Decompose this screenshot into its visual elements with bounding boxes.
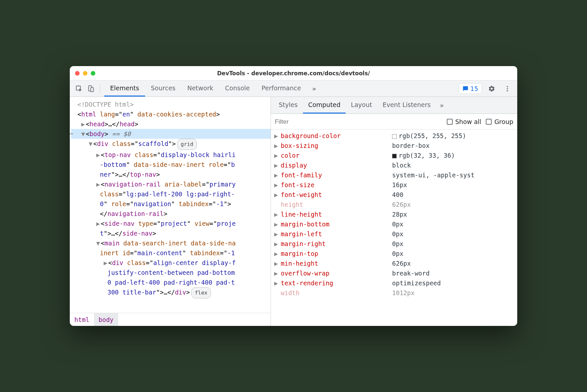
property-value: 400 — [392, 190, 514, 200]
expand-toggle-icon[interactable]: ▼ — [81, 129, 86, 139]
tab-console[interactable]: Console — [219, 80, 256, 97]
expand-toggle-icon[interactable]: ▶ — [104, 258, 108, 268]
expand-toggle-icon[interactable]: ▼ — [96, 238, 101, 248]
property-value: rgb(32, 33, 36) — [392, 151, 514, 160]
expand-property-icon[interactable]: ▶ — [274, 229, 279, 239]
styles-subtabs: Styles Computed Layout Event Listeners » — [271, 97, 517, 114]
expand-property-icon[interactable]: ▶ — [274, 209, 279, 219]
computed-property-row[interactable]: ▶margin-bottom0px — [271, 219, 517, 229]
computed-property-row[interactable]: width1012px — [271, 288, 517, 298]
styles-panel: Styles Computed Layout Event Listeners »… — [271, 97, 517, 326]
tab-performance[interactable]: Performance — [256, 80, 307, 97]
device-toggle-icon[interactable] — [85, 83, 96, 94]
expand-property-icon[interactable]: ▶ — [274, 219, 279, 229]
grid-badge[interactable]: grid — [177, 139, 197, 150]
expand-property-icon[interactable]: ▶ — [274, 131, 279, 141]
computed-property-row[interactable]: ▶line-height28px — [271, 209, 517, 219]
computed-property-row[interactable]: ▶background-colorrgb(255, 255, 255) — [271, 131, 517, 141]
property-name: font-weight — [281, 190, 392, 200]
expand-property-icon[interactable]: ▶ — [274, 258, 279, 268]
computed-property-row[interactable]: ▶font-familysystem-ui, -apple-syst — [271, 170, 517, 180]
filter-input[interactable] — [275, 118, 442, 125]
titlebar: DevTools - developer.chrome.com/docs/dev… — [70, 66, 517, 80]
property-value: 1012px — [392, 288, 514, 298]
computed-property-row[interactable]: ▶colorrgb(32, 33, 36) — [271, 151, 517, 160]
issues-button[interactable]: 15 — [459, 83, 482, 94]
expand-toggle-icon[interactable]: ▶ — [96, 219, 101, 228]
computed-property-row[interactable]: ▶overflow-wrapbreak-word — [271, 268, 517, 278]
close-window-button[interactable] — [75, 71, 80, 76]
settings-icon[interactable] — [486, 83, 498, 95]
maximize-window-button[interactable] — [91, 71, 95, 76]
computed-property-row[interactable]: ▶margin-left0px — [271, 229, 517, 239]
computed-properties[interactable]: ▶background-colorrgb(255, 255, 255)▶box-… — [271, 130, 517, 326]
expand-toggle-icon[interactable]: ▶ — [96, 150, 101, 160]
expand-toggle-icon[interactable]: ▼ — [89, 139, 93, 149]
dom-tree[interactable]: <!DOCTYPE html> <html lang="en" data-coo… — [70, 97, 271, 313]
issues-count: 15 — [470, 85, 478, 92]
property-name: height — [281, 200, 392, 209]
expand-property-icon[interactable]: ▶ — [274, 151, 279, 160]
property-name: line-height — [281, 209, 392, 219]
minimize-window-button[interactable] — [83, 71, 87, 76]
svg-rect-2 — [91, 87, 93, 92]
crumb-body[interactable]: body — [94, 313, 118, 326]
expand-property-icon[interactable]: ▶ — [274, 239, 279, 249]
computed-property-row[interactable]: ▶min-height626px — [271, 258, 517, 268]
property-name: background-color — [281, 131, 392, 141]
property-value: 16px — [392, 180, 514, 190]
more-tabs-icon[interactable]: » — [308, 85, 320, 93]
tab-network[interactable]: Network — [181, 80, 219, 97]
tab-sources[interactable]: Sources — [145, 80, 181, 97]
computed-property-row[interactable]: height626px — [271, 200, 517, 209]
expand-property-icon[interactable]: ▶ — [274, 268, 279, 278]
computed-property-row[interactable]: ▶margin-top0px — [271, 249, 517, 258]
computed-property-row[interactable]: ▶font-weight400 — [271, 190, 517, 200]
inspect-element-icon[interactable] — [74, 83, 84, 94]
color-swatch-icon[interactable] — [392, 134, 397, 139]
subtab-styles[interactable]: Styles — [274, 97, 303, 114]
show-all-checkbox[interactable]: Show all — [447, 118, 482, 125]
subtab-event-listeners[interactable]: Event Listeners — [377, 97, 436, 114]
more-subtabs-icon[interactable]: » — [436, 101, 448, 109]
property-name: width — [281, 288, 392, 298]
window-title: DevTools - developer.chrome.com/docs/dev… — [75, 70, 512, 77]
property-value: 626px — [392, 258, 514, 268]
computed-property-row[interactable]: ▶displayblock — [271, 160, 517, 170]
property-name: color — [281, 151, 392, 160]
color-swatch-icon[interactable] — [392, 154, 397, 158]
computed-property-row[interactable]: ▶text-renderingoptimizespeed — [271, 278, 517, 288]
expand-property-icon[interactable]: ▶ — [274, 170, 279, 180]
property-name: margin-bottom — [281, 219, 392, 229]
expand-toggle-icon[interactable]: ▶ — [96, 179, 101, 189]
computed-property-row[interactable]: ▶font-size16px — [271, 180, 517, 190]
issues-icon — [463, 86, 468, 92]
expand-property-icon[interactable]: ▶ — [274, 141, 279, 151]
breadcrumb: html body — [70, 313, 271, 326]
more-menu-icon[interactable] — [502, 83, 513, 95]
expand-property-icon[interactable]: ▶ — [274, 160, 279, 170]
selected-node[interactable]: ▼<body> == $0 — [71, 129, 271, 139]
crumb-html[interactable]: html — [70, 313, 94, 326]
expand-property-icon[interactable]: ▶ — [274, 180, 279, 190]
tab-elements[interactable]: Elements — [104, 80, 145, 97]
subtab-computed[interactable]: Computed — [303, 97, 346, 114]
devtools-window: DevTools - developer.chrome.com/docs/dev… — [70, 66, 517, 326]
property-name: overflow-wrap — [281, 268, 392, 278]
property-name: margin-right — [281, 239, 392, 249]
property-value: 0px — [392, 249, 514, 258]
computed-property-row[interactable]: ▶margin-right0px — [271, 239, 517, 249]
group-checkbox[interactable]: Group — [486, 118, 513, 125]
expand-toggle-icon[interactable]: ▶ — [81, 119, 86, 129]
subtab-layout[interactable]: Layout — [346, 97, 377, 114]
property-value: optimizespeed — [392, 278, 514, 288]
flex-badge[interactable]: flex — [191, 287, 211, 298]
property-value: break-word — [392, 268, 514, 278]
computed-property-row[interactable]: ▶box-sizingborder-box — [271, 141, 517, 151]
svg-point-4 — [507, 88, 508, 89]
doctype-node[interactable]: <!DOCTYPE html> — [77, 101, 134, 108]
expand-property-icon[interactable]: ▶ — [274, 278, 279, 288]
expand-property-icon[interactable]: ▶ — [274, 190, 279, 200]
toolbar-separator — [100, 84, 100, 93]
expand-property-icon[interactable]: ▶ — [274, 249, 279, 258]
